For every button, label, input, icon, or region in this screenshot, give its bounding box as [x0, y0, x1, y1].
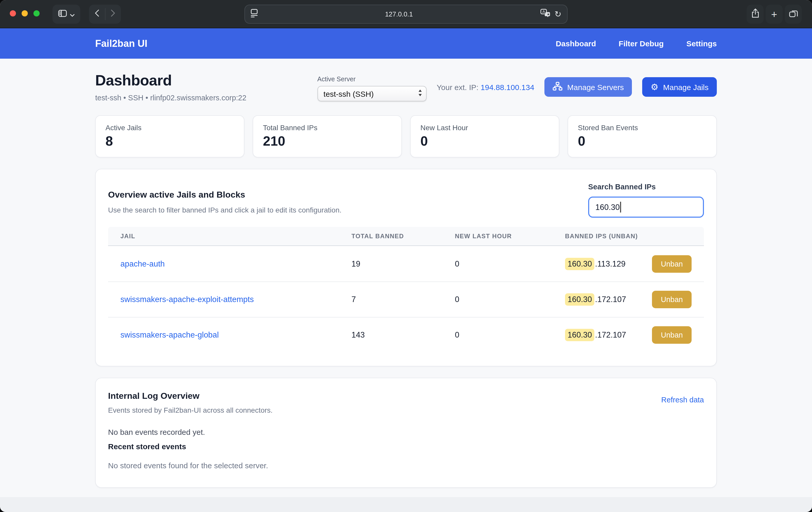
overview-title: Overview active Jails and Blocks — [108, 190, 341, 200]
overview-panel: Overview active Jails and Blocks Use the… — [95, 169, 717, 366]
search-block: Search Banned IPs 160.30 — [588, 183, 704, 218]
select-arrows-icon — [417, 89, 422, 98]
stat-value: 8 — [106, 133, 234, 149]
page-bottom-strip — [0, 497, 812, 512]
active-server-select[interactable]: test-ssh (SSH) — [317, 86, 426, 102]
table-row: swissmakers-apache-exploit-attempts 7 0 … — [108, 282, 704, 317]
table-header-row: JAIL TOTAL BANNED NEW LAST HOUR BANNED I… — [108, 227, 704, 246]
banned-ip: 160.30.113.129 — [565, 258, 626, 270]
sidebar-toggle-button[interactable] — [53, 5, 80, 24]
column-header-jail: JAIL — [120, 233, 351, 240]
stat-value: 210 — [263, 133, 392, 149]
stat-label: Active Jails — [106, 123, 234, 132]
back-icon — [95, 9, 99, 19]
ext-ip-text: Your ext. IP: 194.88.100.134 — [437, 83, 534, 91]
stat-label: Total Banned IPs — [263, 123, 392, 132]
stat-card-total-banned: Total Banned IPs 210 — [253, 115, 402, 158]
minimize-window-button[interactable] — [22, 10, 28, 17]
ip-rest: .172.107 — [595, 295, 626, 304]
chevron-down-icon — [70, 9, 75, 19]
overview-subtitle: Use the search to filter banned IPs and … — [108, 206, 341, 214]
ip-match-highlight: 160.30 — [565, 329, 594, 341]
forward-button[interactable] — [105, 5, 121, 24]
recent-stored-events-title: Recent stored events — [108, 442, 704, 451]
page-subtitle: test-ssh • SSH • rlinfp02.swissmakers.co… — [95, 94, 246, 102]
ip-rest: .113.129 — [595, 259, 626, 268]
nav-items: Dashboard Filter Debug Settings — [556, 39, 717, 48]
search-banned-ips-label: Search Banned IPs — [588, 183, 704, 191]
gear-icon: ⚙ — [651, 83, 659, 91]
search-input-value: 160.30 — [596, 202, 620, 212]
new-last-hour-value: 0 — [455, 259, 565, 268]
refresh-data-link[interactable]: Refresh data — [661, 396, 704, 404]
svg-text:A: A — [542, 9, 545, 13]
active-server-block: Active Server test-ssh (SSH) — [317, 76, 426, 102]
jail-link-apache-auth[interactable]: apache-auth — [120, 259, 351, 268]
ip-match-highlight: 160.30 — [565, 258, 594, 270]
tabs-overview-icon — [789, 9, 798, 20]
unban-button[interactable]: Unban — [652, 326, 692, 344]
stat-value: 0 — [420, 133, 549, 149]
jail-link-swissmakers-apache-exploit-attempts[interactable]: swissmakers-apache-exploit-attempts — [120, 295, 351, 304]
nav-item-dashboard[interactable]: Dashboard — [556, 39, 596, 48]
nav-item-filter-debug[interactable]: Filter Debug — [619, 39, 664, 48]
table-row: apache-auth 19 0 160.30.113.129 Unban — [108, 246, 704, 282]
active-server-value: test-ssh (SSH) — [323, 89, 374, 98]
stat-value: 0 — [578, 133, 706, 149]
reload-icon[interactable]: ↻ — [554, 10, 561, 18]
new-last-hour-value: 0 — [455, 295, 565, 304]
page-header: Dashboard test-ssh • SSH • rlinfp02.swis… — [95, 72, 717, 102]
new-last-hour-value: 0 — [455, 330, 565, 340]
page-icon[interactable] — [251, 9, 258, 20]
ip-rest: .172.107 — [595, 330, 626, 340]
unban-button[interactable]: Unban — [652, 255, 692, 273]
column-header-total-banned: TOTAL BANNED — [351, 233, 455, 240]
manage-jails-button[interactable]: ⚙ Manage Jails — [642, 77, 717, 97]
ext-ip-label: Your ext. IP: — [437, 83, 478, 91]
no-ban-events-text: No ban events recorded yet. — [108, 428, 704, 436]
new-tab-button[interactable]: + — [766, 5, 783, 24]
nav-item-settings[interactable]: Settings — [687, 39, 717, 48]
stat-card-active-jails: Active Jails 8 — [95, 115, 244, 158]
table-row: swissmakers-apache-global 143 0 160.30.1… — [108, 317, 704, 352]
brand-fail2ban-ui[interactable]: Fail2ban UI — [95, 38, 147, 49]
plus-icon: + — [771, 9, 777, 19]
app-navbar: Fail2ban UI Dashboard Filter Debug Setti… — [0, 28, 812, 59]
close-window-button[interactable] — [10, 10, 16, 17]
toolbar-right-group: + — [747, 5, 802, 24]
stat-label: New Last Hour — [420, 123, 549, 132]
active-server-label: Active Server — [317, 76, 426, 83]
search-banned-ips-input[interactable]: 160.30 — [588, 197, 704, 218]
log-subtitle: Events stored by Fail2ban-UI across all … — [108, 406, 273, 414]
browser-toolbar: 127.0.0.1 A ★ ↻ — [0, 0, 812, 28]
stat-card-stored-ban-events: Stored Ban Events 0 — [568, 115, 717, 158]
total-banned-value: 7 — [351, 295, 455, 304]
ext-ip-link[interactable]: 194.88.100.134 — [481, 83, 534, 91]
total-banned-value: 143 — [351, 330, 455, 340]
share-icon — [751, 8, 759, 20]
unban-button[interactable]: Unban — [652, 291, 692, 308]
share-button[interactable] — [747, 5, 764, 24]
back-button[interactable] — [89, 5, 105, 24]
sidebar-icon — [58, 9, 67, 19]
sitemap-icon — [553, 82, 563, 92]
address-bar[interactable]: 127.0.0.1 A ★ ↻ — [244, 5, 568, 24]
manage-servers-label: Manage Servers — [567, 83, 624, 91]
tabs-overview-button[interactable] — [785, 5, 802, 24]
manage-servers-button[interactable]: Manage Servers — [545, 77, 632, 97]
history-nav-group — [89, 5, 121, 24]
log-title: Internal Log Overview — [108, 391, 273, 401]
zoom-window-button[interactable] — [33, 10, 40, 17]
page-title: Dashboard — [95, 72, 246, 89]
ip-match-highlight: 160.30 — [565, 293, 594, 306]
translate-icon[interactable]: A ★ — [540, 9, 550, 20]
jail-link-swissmakers-apache-global[interactable]: swissmakers-apache-global — [120, 330, 351, 340]
total-banned-value: 19 — [351, 259, 455, 268]
url-text: 127.0.0.1 — [258, 10, 540, 18]
stat-label: Stored Ban Events — [578, 123, 706, 132]
forward-icon — [111, 9, 116, 19]
text-cursor — [620, 202, 621, 212]
safari-window: 127.0.0.1 A ★ ↻ — [0, 0, 812, 512]
jails-table: JAIL TOTAL BANNED NEW LAST HOUR BANNED I… — [108, 227, 704, 352]
banned-ip: 160.30.172.107 — [565, 293, 626, 306]
